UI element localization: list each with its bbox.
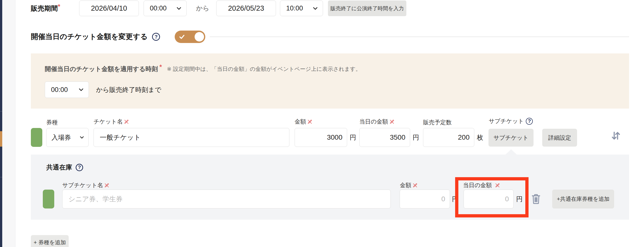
header-price: 金額: [295, 118, 313, 125]
sale-end-time-value: 10:00: [286, 4, 303, 12]
apply-time-label: 開催当日のチケット金額を適用する時刻: [45, 65, 158, 73]
help-icon[interactable]: [152, 33, 160, 41]
apply-time-note: ※ 設定期間中は、「当日の金額」の金額がイベントページ上に表示されます。: [167, 65, 361, 73]
section-divider: [210, 36, 629, 37]
panel-notch: [505, 149, 517, 155]
help-icon[interactable]: [526, 118, 533, 125]
help-icon[interactable]: [76, 164, 83, 171]
apply-time-suffix: から販売終了時刻まで: [96, 81, 161, 98]
sidebar-separator: [0, 111, 2, 112]
ticket-price-input[interactable]: [295, 128, 347, 147]
sheets-unit: 枚: [477, 128, 483, 147]
ticket-quantity-input[interactable]: [423, 128, 474, 147]
header-ticket-name: チケット名: [94, 118, 130, 125]
required-asterisk: *: [160, 63, 162, 71]
no-edit-pencil-icon: [389, 119, 395, 125]
no-edit-pencil-icon: [412, 182, 418, 188]
header-sub-price: 金額: [400, 181, 418, 189]
header-day-price: 当日の金額: [359, 118, 395, 125]
no-edit-pencil-icon: [124, 119, 130, 125]
sidebar-rail[interactable]: [0, 0, 2, 247]
sub-ticket-button[interactable]: サブチケット: [488, 129, 534, 147]
toggle-knob: [194, 32, 204, 41]
trash-icon[interactable]: [530, 192, 542, 205]
no-edit-pencil-icon: [104, 182, 110, 188]
day-price-toggle-label: 開催当日のチケット金額を変更する: [31, 32, 148, 42]
sale-end-date-input[interactable]: [216, 0, 276, 16]
yen-unit: 円: [350, 128, 356, 147]
yen-unit: 円: [516, 190, 522, 209]
ticket-name-input[interactable]: [94, 128, 290, 147]
apply-time-header: 開催当日のチケット金額を適用する時刻 * ※ 設定期間中は、「当日の金額」の金額…: [45, 63, 361, 73]
ticket-settings-page: 販売期間* 00:00 から 10:00 販売終了に公演終了時間を入力 開催当日…: [0, 0, 644, 247]
header-sub-ticket-name: サブチケット名: [62, 181, 110, 189]
sub-ticket-price-input[interactable]: [400, 190, 450, 209]
ticket-type-select[interactable]: 入場券: [46, 128, 88, 147]
apply-time-select[interactable]: 00:00: [45, 81, 89, 98]
common-stock-panel: 共通在庫 サブチケット名 金額 当日の金額 円 円: [31, 155, 629, 220]
sub-ticket-day-price-input[interactable]: [464, 190, 514, 209]
yen-unit: 円: [452, 190, 458, 209]
add-common-stock-ticket-button[interactable]: +共通在庫券種を追加: [552, 190, 614, 209]
common-stock-header: 共通在庫: [46, 163, 83, 172]
required-asterisk: *: [58, 3, 60, 10]
header-quantity: 販売予定数: [423, 119, 452, 126]
sidebar-separator: [0, 177, 2, 177]
header-sub-ticket: サブチケット: [489, 117, 533, 125]
day-price-toggle-row: 開催当日のチケット金額を変更する: [31, 30, 160, 43]
sale-start-time-value: 00:00: [150, 4, 167, 12]
ticket-type-value: 入場券: [52, 133, 71, 142]
sidebar-active-indicator[interactable]: [0, 131, 2, 147]
no-edit-pencil-icon: [494, 182, 500, 188]
sale-end-time-select[interactable]: 10:00: [280, 0, 323, 16]
yen-unit: 円: [412, 128, 419, 147]
sale-start-time-select[interactable]: 00:00: [144, 0, 187, 16]
chevron-down-icon: [79, 134, 85, 140]
add-ticket-type-button[interactable]: + 券種を追加: [31, 235, 69, 247]
sort-reorder-icon[interactable]: [610, 130, 621, 141]
apply-time-panel: 開催当日のチケット金額を適用する時刻 * ※ 設定期間中は、「当日の金額」の金額…: [31, 53, 629, 109]
sub-ticket-name-input[interactable]: [62, 190, 391, 209]
sub-ticket-color-swatch[interactable]: [43, 190, 54, 209]
apply-time-value: 00:00: [51, 86, 68, 94]
detail-settings-button[interactable]: 詳細設定: [542, 129, 577, 147]
sidebar-gutter: [2, 0, 16, 247]
chevron-down-icon: [312, 5, 319, 12]
no-edit-pencil-icon: [307, 119, 313, 125]
day-price-toggle[interactable]: [175, 30, 205, 43]
sales-period-label: 販売期間: [31, 4, 58, 13]
chevron-down-icon: [78, 86, 84, 93]
range-separator-text: から: [196, 0, 209, 16]
common-stock-title: 共通在庫: [46, 163, 72, 172]
chevron-down-icon: [176, 5, 182, 12]
check-icon: [178, 33, 186, 40]
sales-period-label-wrap: 販売期間*: [31, 0, 60, 16]
fill-end-time-button[interactable]: 販売終了に公演終了時間を入力: [328, 0, 406, 16]
header-ticket-type: 券種: [46, 119, 58, 126]
header-sub-day-price: 当日の金額: [463, 181, 500, 189]
ticket-color-swatch[interactable]: [31, 128, 42, 147]
ticket-day-price-input[interactable]: [359, 128, 410, 147]
sale-start-date-input[interactable]: [79, 0, 139, 16]
